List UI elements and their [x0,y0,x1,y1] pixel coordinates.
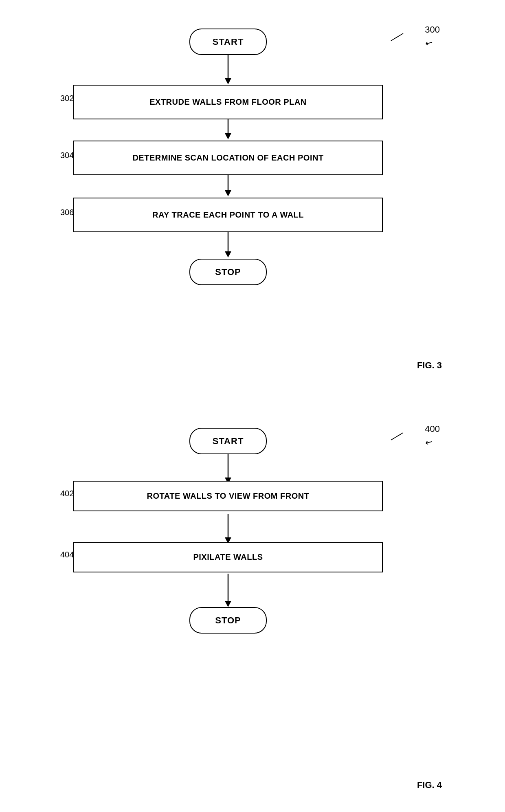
fig3-step-304: DETERMINE SCAN LOCATION OF EACH POINT [73,141,383,175]
fig3-ref-306: 306 [60,208,74,217]
svg-marker-7 [225,251,231,257]
fig4-stop: STOP [189,607,267,634]
fig4-ref-number: 400 [425,424,440,434]
fig4-ref-402: 402 [60,489,74,498]
fig3-step-302: EXTRUDE WALLS FROM FLOOR PLAN [73,85,383,119]
fig4-start: START [189,428,267,454]
fig3-diagram: 300 ↙ START 302 EXTRUDE WALLS FROM FLOOR… [0,12,505,379]
svg-line-8 [391,33,403,41]
fig4-ref-404: 404 [60,550,74,559]
svg-marker-5 [225,190,231,196]
svg-marker-3 [225,133,231,139]
fig4-label: FIG. 4 [417,780,442,790]
fig3-ref-number: 300 [425,24,440,35]
svg-marker-1 [225,78,231,84]
fig3-ref-302: 302 [60,94,74,103]
fig3-step-306: RAY TRACE EACH POINT TO A WALL [73,198,383,232]
svg-line-15 [391,433,403,440]
fig4-ref-arrow: ↙ [423,436,435,449]
fig3-start: START [189,29,267,55]
fig3-stop: STOP [189,259,267,285]
fig4-step-402: ROTATE WALLS TO VIEW FROM FRONT [73,481,383,511]
fig4-step-404: PIXILATE WALLS [73,542,383,572]
fig3-ref-arrow: ↙ [423,36,435,49]
fig4-diagram: 400 ↙ START 402 ROTATE WALLS TO VIEW FRO… [0,412,505,799]
diagram-container: 300 ↙ START 302 EXTRUDE WALLS FROM FLOOR… [0,0,505,812]
svg-marker-14 [225,601,231,607]
fig3-ref-304: 304 [60,151,74,160]
fig3-label: FIG. 3 [417,360,442,371]
